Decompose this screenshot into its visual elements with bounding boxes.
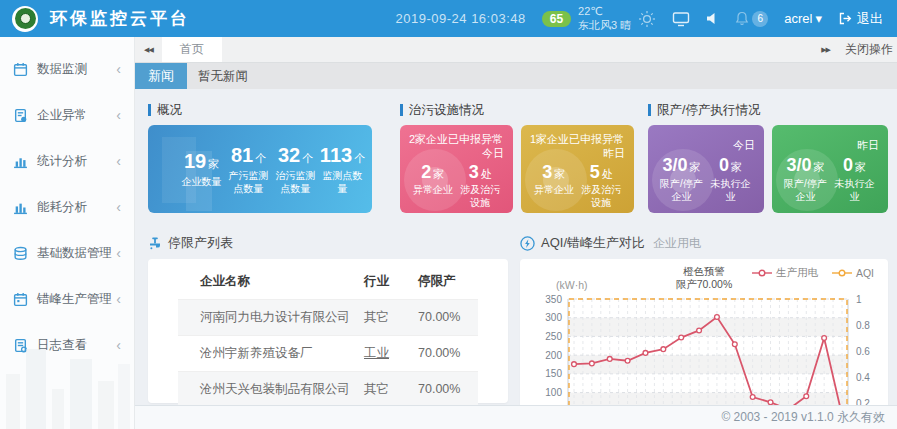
sidebar-item-energy-analysis[interactable]: 能耗分析 ‹ xyxy=(0,184,134,230)
svg-text:150: 150 xyxy=(545,368,562,379)
sidebar-item-base-data[interactable]: 基础数据管理 ‹ xyxy=(0,230,134,276)
svg-text:300: 300 xyxy=(545,312,562,323)
svg-text:0.2: 0.2 xyxy=(856,398,870,405)
weather-block: 65 22℃ 东北风3 晴 xyxy=(542,5,657,33)
sidebar-item-peak-production[interactable]: 错峰生产管理 ‹ xyxy=(0,276,134,322)
chevron-left-icon: ‹ xyxy=(116,245,121,261)
logout-button[interactable]: 退出 xyxy=(838,10,883,28)
app-title: 环保监控云平台 xyxy=(50,7,190,30)
overview-card[interactable]: 19家 企业数量 81个 产污监测点数量 32个 治污监测点数量 xyxy=(148,125,372,213)
limit-list-title: 停限产列表 xyxy=(148,235,508,251)
stat-nonexecuting-enterprises: 0家 未执行企业 xyxy=(706,156,755,203)
chevron-left-icon: ‹ xyxy=(116,291,121,307)
news-bar: 新闻 暂无新闻 xyxy=(135,63,897,89)
industry-link[interactable]: 工业 xyxy=(364,346,389,360)
stat-limited-enterprises: 3/0家 限产/停产企业 xyxy=(657,156,706,203)
tag-today: 今日 xyxy=(482,146,504,160)
aqi-badge: 65 xyxy=(542,11,571,27)
treatment-today-card[interactable]: 2家企业已申报异常 今日 2家 异常企业 3处 涉及治污设施 xyxy=(400,125,513,213)
aqi-chart-title: AQI/错峰生产对比 企业用电 xyxy=(520,235,888,251)
tag-yesterday: 昨日 xyxy=(603,146,625,160)
app-header: 环保监控云平台 2019-09-24 16:03:48 65 22℃ 东北风3 … xyxy=(0,0,897,37)
chevron-left-icon: ‹ xyxy=(116,199,121,215)
svg-text:1: 1 xyxy=(856,294,862,305)
tag-today: 今日 xyxy=(733,138,755,152)
svg-text:350: 350 xyxy=(545,294,562,305)
speaker-icon[interactable] xyxy=(706,12,719,25)
table-row: 沧州天兴包装制品有限公司 其它 70.00% xyxy=(178,371,478,405)
section-title-production: 限产/停产执行情况 xyxy=(648,103,888,117)
tab-scroll-right-icon[interactable]: ▶▶ xyxy=(812,46,839,54)
production-today-card[interactable]: 今日 3/0家 限产/停产企业 0家 未执行企业 xyxy=(648,125,764,213)
svg-text:0.4: 0.4 xyxy=(856,372,870,383)
sidebar-item-data-monitor[interactable]: 数据监测 ‹ xyxy=(0,46,134,92)
sidebar-item-statistics[interactable]: 统计分析 ‹ xyxy=(0,138,134,184)
stat-abnormal-enterprises: 3家 异常企业 xyxy=(530,163,578,210)
table-header-row: 企业名称 行业 停限产 xyxy=(178,265,478,299)
legend-aqi[interactable]: AQI xyxy=(832,267,874,279)
stat-facilities-involved: 5处 涉及治污设施 xyxy=(578,163,626,210)
chevron-left-icon: ‹ xyxy=(116,153,121,169)
limit-production-table: 企业名称 行业 停限产 河南同力电力设计有限公司 其它 70.00% xyxy=(178,265,478,405)
chevron-left-icon: ‹ xyxy=(116,61,121,77)
svg-text:250: 250 xyxy=(545,331,562,342)
notifications-button[interactable]: 6 xyxy=(735,11,768,27)
sidebar: 数据监测 ‹ 企业异常 ‹ 统计分析 ‹ 能耗分析 ‹ 基础数据管理 ‹ 错峰生… xyxy=(0,37,135,429)
user-menu[interactable]: acrel ▾ xyxy=(784,11,822,26)
notification-count-badge: 6 xyxy=(752,11,768,27)
svg-text:200: 200 xyxy=(545,350,562,361)
legend-production-power[interactable]: 生产用电 xyxy=(752,266,818,280)
chart-legend: 生产用电 AQI xyxy=(752,266,874,280)
section-title-overview: 概况 xyxy=(148,103,372,117)
bar-chart-icon xyxy=(13,154,28,169)
stat-facilities-involved: 3处 涉及治污设施 xyxy=(457,163,505,210)
production-yesterday-card[interactable]: 昨日 3/0家 限产/停产企业 0家 未执行企业 xyxy=(772,125,888,213)
stat-enterprise-count: 19家 企业数量 xyxy=(178,150,225,188)
svg-text:0.6: 0.6 xyxy=(856,346,870,357)
bar-chart-icon xyxy=(13,200,28,215)
bell-icon xyxy=(735,11,749,26)
legend-marker-icon xyxy=(832,269,852,277)
news-label: 新闻 xyxy=(135,63,187,89)
sidebar-item-enterprise-abnormal[interactable]: 企业异常 ‹ xyxy=(0,92,134,138)
svg-text:0.8: 0.8 xyxy=(856,320,870,331)
limit-list-card: 企业名称 行业 停限产 河南同力电力设计有限公司 其它 70.00% xyxy=(148,259,508,403)
tab-bar: ◀◀ 首页 ▶▶ 关闭操作 xyxy=(135,37,897,63)
logout-icon xyxy=(838,12,852,25)
logout-label: 退出 xyxy=(857,10,883,28)
news-message: 暂无新闻 xyxy=(187,68,248,85)
faucet-icon xyxy=(148,236,162,250)
stat-nonexecuting-enterprises: 0家 未执行企业 xyxy=(830,156,879,203)
section-title-treatment: 治污设施情况 xyxy=(400,103,634,117)
tab-scroll-left-icon[interactable]: ◀◀ xyxy=(135,46,162,54)
treatment-yesterday-card[interactable]: 1家企业已申报异常 昨日 3家 异常企业 5处 涉及治污设施 xyxy=(521,125,634,213)
lightning-circle-icon xyxy=(520,236,535,251)
svg-text:100: 100 xyxy=(545,387,562,398)
sun-icon xyxy=(638,10,656,28)
chevron-left-icon: ‹ xyxy=(116,107,121,123)
dashboard-content: 概况 19家 企业数量 81个 产污监测点数量 xyxy=(135,89,897,405)
calendar-icon xyxy=(13,62,28,77)
stat-treatment-points: 32个 治污监测点数量 xyxy=(272,144,319,195)
document-icon xyxy=(13,108,28,123)
stat-abnormal-enterprises: 2家 异常企业 xyxy=(409,163,457,210)
aqi-chart-card: (kW·h) 橙色预警 限产70.00% 生产用电 xyxy=(520,259,888,405)
close-operations-button[interactable]: 关闭操作 xyxy=(839,41,897,58)
stat-limited-enterprises: 3/0家 限产/停产企业 xyxy=(781,156,830,203)
table-row: 沧州宇新养殖设备厂 工业 70.00% xyxy=(178,335,478,371)
weather-text: 22℃ 东北风3 晴 xyxy=(578,5,631,33)
legend-marker-icon xyxy=(752,269,772,277)
username: acrel xyxy=(784,11,812,26)
city-skyline-watermark xyxy=(0,319,133,429)
copyright-text: © 2003 - 2019 v1.1.0 永久有效 xyxy=(721,410,885,424)
calendar-icon xyxy=(13,292,28,307)
wind-condition: 东北风3 晴 xyxy=(578,19,631,31)
chart-subtab-enterprise-power[interactable]: 企业用电 xyxy=(653,235,701,252)
tab-home[interactable]: 首页 xyxy=(162,37,222,62)
stat-monitor-points: 113个 监测点数量 xyxy=(319,144,366,195)
temperature: 22℃ xyxy=(578,5,603,17)
monitor-icon[interactable] xyxy=(672,11,690,27)
database-icon xyxy=(13,246,28,261)
tag-yesterday: 昨日 xyxy=(857,138,879,152)
table-row: 河南同力电力设计有限公司 其它 70.00% xyxy=(178,299,478,335)
